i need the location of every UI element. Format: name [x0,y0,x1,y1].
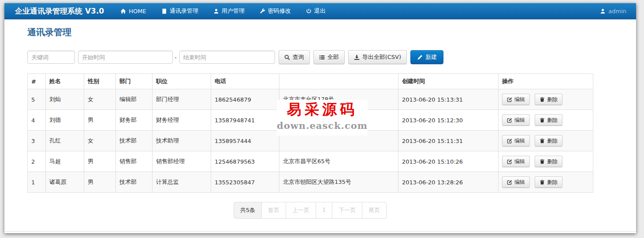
cell-gender: 女 [84,89,116,110]
col-header-actions: 操作 [499,74,593,89]
cell-phone: 13587948741 [211,110,279,131]
delete-button[interactable]: 删除 [535,176,562,188]
cell-created: 2013-06-20 15:11:31 [398,131,499,151]
pagination-page-1[interactable]: 1 [316,202,332,219]
col-header-dept: 部门 [116,74,153,89]
cell-name: 诸葛原 [46,172,84,193]
watermark: 易采源码 down.easck.com [277,100,368,135]
cell-dept: 编辑部 [116,89,153,110]
delete-button[interactable]: 删除 [535,135,562,146]
edit-button[interactable]: 编辑 [502,114,530,126]
nav-item-users[interactable]: 用户管理 [206,3,252,19]
edit-button-label: 编辑 [514,137,525,145]
cell-created: 2013-06-20 13:28:26 [398,172,499,193]
delete-button-label: 删除 [547,137,558,145]
edit-button-label: 编辑 [514,179,525,186]
range-separator: - [173,54,179,61]
cell-phone: 1358957444 [211,131,279,151]
nav-item-label: 退出 [314,7,326,15]
cell-id: 1 [28,172,46,193]
nav-item-logout[interactable]: 退出 [298,3,333,19]
export-csv-button[interactable]: 导出全部(CSV) [348,50,407,64]
cell-actions: 编辑 删除 [499,110,593,131]
edit-button[interactable]: 编辑 [502,135,530,146]
keyword-input[interactable] [27,51,75,64]
cell-actions: 编辑 删除 [499,131,593,151]
app-brand: 企业通讯录管理系统 V3.0 [4,6,113,16]
trash-icon [540,138,545,143]
page-title: 通讯录管理 [27,26,593,38]
cell-id: 2 [28,151,46,172]
cell-actions: 编辑 删除 [499,151,593,172]
new-record-button[interactable]: 新建 [410,50,443,64]
start-time-input[interactable] [78,51,173,64]
edit-icon [507,97,512,102]
col-header-gender: 性别 [84,74,116,89]
trash-icon [540,117,545,123]
cell-address: 北京市昌平区65号 [279,151,398,172]
delete-button-label: 删除 [547,179,558,186]
cell-name: 刘德 [46,110,84,131]
trash-icon [540,159,545,164]
edit-button[interactable]: 编辑 [502,94,530,105]
cell-created: 2013-06-20 15:13:31 [398,89,499,110]
nav-item-label: HOME [129,8,146,15]
pagination-prev[interactable]: 上一页 [286,202,316,219]
footer: 企业通讯录管理系统 V3.0 © Cpoyright 2014 [4,231,636,238]
edit-button-label: 编辑 [514,96,525,103]
pagination-next[interactable]: 下一页 [332,202,362,219]
col-header-created: 创建时间 [398,74,499,89]
edit-button-label: 编辑 [514,117,525,124]
cell-actions: 编辑 删除 [499,172,593,193]
watermark-url: down.easck.com [277,119,368,132]
cell-dept: 技术部 [116,172,153,193]
cell-position: 部门经理 [153,89,211,110]
trash-icon [540,179,545,185]
delete-button-label: 删除 [547,96,558,103]
cell-name: 马超 [46,151,84,172]
wrench-icon [260,8,265,14]
search-button[interactable]: 查询 [279,50,310,64]
col-header-phone: 电话 [211,74,279,89]
table-row: 1 诸葛原 男 技术部 计算总监 13552305847 北京市朝阳区大望路13… [28,172,593,193]
pagination-total: 共5条 [234,202,262,219]
col-header-address [279,74,398,89]
cell-address: 北京市朝阳区大望路135号 [279,172,398,193]
cell-created: 2013-06-20 15:10:26 [398,151,499,172]
page-sheet: 企业通讯录管理系统 V3.0 HOME 通讯录管理 用户管理 [4,3,636,233]
filter-toolbar: - 查询 全部 导出全部(CSV) [27,50,593,64]
delete-button[interactable]: 删除 [535,156,562,167]
search-icon [284,55,290,60]
cell-gender: 男 [84,151,116,172]
cell-name: 孔红 [46,131,84,151]
edit-icon [507,179,512,185]
edit-button[interactable]: 编辑 [502,156,530,167]
book-icon [161,8,167,14]
delete-button[interactable]: 删除 [535,94,562,105]
cell-name: 刘灿 [46,89,84,110]
show-all-button[interactable]: 全部 [313,50,345,64]
end-time-input[interactable] [179,51,275,64]
delete-button-label: 删除 [547,158,558,165]
export-csv-button-label: 导出全部(CSV) [362,53,401,61]
pagination-last[interactable]: 尾页 [362,202,387,219]
user-icon [213,8,219,14]
nav-item-password[interactable]: 密码修改 [252,3,298,19]
col-header-index: # [28,74,46,89]
col-header-name: 姓名 [46,74,84,89]
table-row: 2 马超 男 销售部 销售部经理 12546879563 北京市昌平区65号 2… [28,151,593,172]
cell-gender: 女 [84,131,116,151]
user-menu[interactable]: admin [600,8,636,15]
nav-item-contacts[interactable]: 通讯录管理 [154,3,206,19]
delete-button-label: 删除 [547,117,558,124]
pagination-first[interactable]: 首页 [261,202,286,219]
cell-phone: 12546879563 [211,151,279,172]
nav-item-home[interactable]: HOME [113,3,153,19]
trash-icon [540,97,545,102]
delete-button[interactable]: 删除 [535,114,562,126]
cell-actions: 编辑 删除 [499,89,593,110]
edit-icon [507,138,512,143]
edit-button[interactable]: 编辑 [502,176,530,188]
watermark-title: 易采源码 [277,100,368,119]
list-icon [319,55,325,60]
